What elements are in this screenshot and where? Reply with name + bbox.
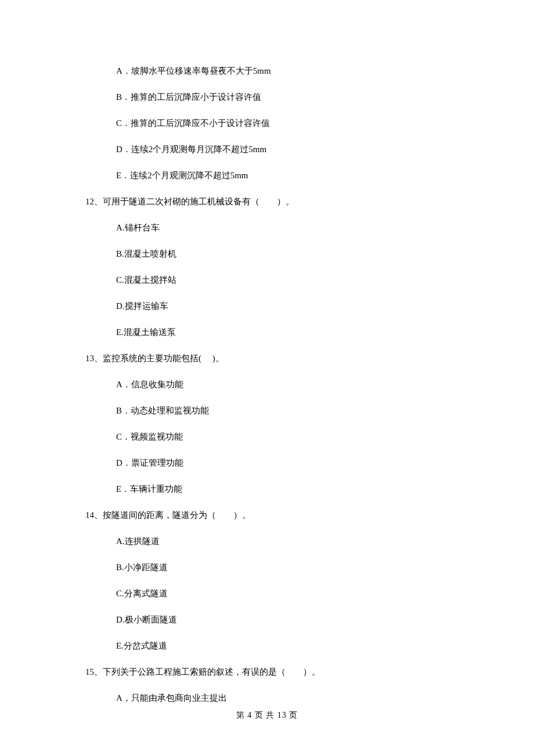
question-14: 14、按隧道间的距离，隧道分为（ ）。 [85,509,464,521]
q12-option-a: A.锚杆台车 [116,222,464,234]
q13-option-e: E．车辆计重功能 [116,483,464,495]
option-c: C．推算的工后沉降应不小于设计容许值 [116,117,464,129]
q14-option-d: D.极小断面隧道 [116,614,464,626]
q12-option-d: D.搅拌运输车 [116,300,464,312]
option-b: B．推算的工后沉降应小于设计容许值 [116,91,464,103]
q13-option-a: A．信息收集功能 [116,379,464,391]
q14-option-b: B.小净距隧道 [116,561,464,574]
q14-option-c: C.分离式隧道 [116,588,464,600]
q12-option-e: E.混凝土输送泵 [116,326,464,339]
question-15: 15、下列关于公路工程施工索赔的叙述，有误的是（ ）。 [85,666,464,678]
page-content: A．坡脚水平位移速率每昼夜不大于5mm B．推算的工后沉降应小于设计容许值 C．… [0,0,534,704]
option-e: E．连续2个月观测沉降不超过5mm [116,170,464,182]
page-footer: 第 4 页 共 13 页 [0,710,534,721]
q12-option-c: C.混凝土搅拌站 [116,274,464,286]
q13-option-d: D．票证管理功能 [116,457,464,469]
q14-option-a: A.连拱隧道 [116,535,464,548]
question-13: 13、监控系统的主要功能包括( )。 [85,352,464,365]
option-d: D．连续2个月观测每月沉降不超过5mm [116,143,464,156]
q13-option-b: B．动态处理和监视功能 [116,405,464,417]
q15-option-a: A，只能由承包商向业主提出 [116,692,464,704]
q14-option-e: E.分岔式隧道 [116,640,464,652]
q12-option-b: B.混凝土喷射机 [116,248,464,260]
question-12: 12、可用于隧道二次衬砌的施工机械设备有（ ）。 [85,196,464,208]
q13-option-c: C．视频监视功能 [116,431,464,443]
option-a: A．坡脚水平位移速率每昼夜不大于5mm [116,65,464,77]
